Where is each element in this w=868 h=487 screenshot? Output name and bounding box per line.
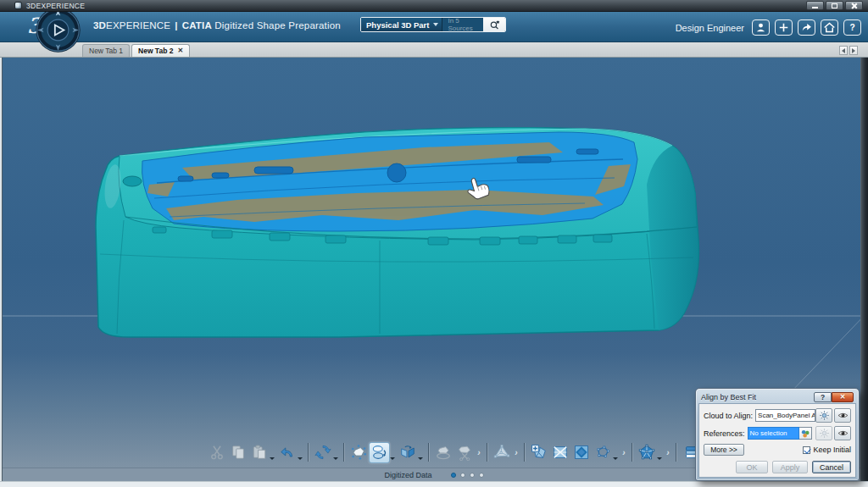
global-search[interactable]: Physical 3D Part In 5 Sources [360, 17, 506, 32]
search-input[interactable]: In 5 Sources [442, 18, 483, 31]
references-label: References: [704, 429, 745, 438]
mesh-cleanup-icon[interactable] [592, 442, 613, 463]
update-icon [819, 428, 830, 439]
close-icon [851, 3, 858, 9]
mesh-repair-icon[interactable] [549, 442, 570, 463]
toolbar-separator [428, 443, 429, 462]
expand-arrow-icon[interactable]: › [476, 448, 482, 457]
dropdown-arrow-icon[interactable] [390, 457, 395, 460]
chevron-left-icon [842, 48, 845, 53]
align-by-best-fit-dialog: Align by Best Fit ? ✕ Cloud to Align: Sc… [695, 388, 860, 481]
add-icon[interactable] [775, 19, 793, 36]
brand-title: 3DEXPERIENCE|CATIA Digitized Shape Prepa… [93, 20, 341, 30]
cloud-to-align-field[interactable]: Scan_BodyPanel A.1. [755, 409, 815, 422]
eye-icon [837, 428, 849, 439]
toolbar-separator [676, 443, 676, 462]
maximize-button[interactable] [826, 1, 843, 10]
visibility-button-2[interactable] [834, 426, 851, 440]
compass-icon[interactable] [35, 7, 81, 53]
dropdown-arrow-icon[interactable] [613, 457, 618, 460]
application-window: 3DEXPERIENCE 3DEXPERIENCE|CATIA Digitize… [0, 0, 868, 487]
dropdown-arrow-icon[interactable] [298, 457, 303, 460]
section-page-dots [451, 473, 484, 478]
update-icon[interactable] [312, 442, 333, 463]
references-field[interactable]: No selection [748, 427, 799, 440]
brand-3d: 3D [93, 20, 106, 30]
dialog-titlebar[interactable]: Align by Best Fit ? ✕ [698, 390, 856, 403]
page-dot-1[interactable] [451, 473, 456, 478]
brand-catia: CATIA [182, 20, 212, 30]
update-icon [819, 410, 830, 421]
expand-arrow-icon[interactable]: › [620, 448, 627, 457]
tab-label: New Tab 1 [89, 47, 123, 55]
dropdown-arrow-icon[interactable] [333, 457, 338, 460]
minimize-icon [812, 7, 818, 8]
page-dot-3[interactable] [470, 473, 475, 478]
home-icon[interactable] [821, 19, 838, 36]
more-button[interactable]: More >> [704, 444, 744, 456]
action-bar: ›››› [206, 440, 701, 465]
body-panel-model[interactable] [96, 128, 698, 337]
flip-normals-icon[interactable] [397, 442, 418, 463]
user-icon[interactable] [752, 19, 770, 36]
window-title: 3DEXPERIENCE [26, 2, 85, 10]
window-titlebar: 3DEXPERIENCE [0, 0, 868, 12]
expand-arrow-icon[interactable]: › [513, 448, 520, 457]
brand-module: Digitized Shape Preparation [214, 20, 341, 30]
mesh-add-icon[interactable] [528, 442, 549, 463]
section-label: Digitized Data [384, 471, 431, 479]
tab-scroll-left-button[interactable] [839, 46, 848, 55]
tab-close-icon[interactable]: ✕ [177, 47, 183, 54]
search-scope-dropdown[interactable]: Physical 3D Part [361, 18, 442, 31]
keep-initial-checkbox[interactable] [803, 446, 810, 454]
minimize-button[interactable] [806, 1, 824, 10]
dialog-title: Align by Best Fit [701, 393, 814, 401]
close-button[interactable] [845, 1, 863, 10]
tab-scroll-right-button[interactable] [849, 46, 858, 55]
tab-new-tab-1[interactable]: New Tab 1 [82, 44, 130, 57]
align-clouds-icon[interactable] [369, 442, 390, 463]
selection-list-button[interactable] [799, 427, 812, 440]
tab-strip: New Tab 1 New Tab 2 ✕ [0, 42, 868, 58]
dialog-close-button[interactable]: ✕ [832, 392, 854, 402]
mesh-optimize-icon[interactable] [636, 442, 657, 463]
dropdown-arrow-icon[interactable] [657, 457, 662, 460]
mesh-icon [491, 442, 512, 463]
cut-icon [206, 442, 227, 463]
point-cloud-display-icon[interactable] [348, 442, 369, 463]
eye-icon [837, 410, 849, 421]
paste-icon [248, 442, 270, 463]
window-bottom-edge [0, 481, 868, 487]
rim-hole [123, 176, 142, 186]
share-icon[interactable] [798, 19, 815, 36]
dropdown-arrow-icon[interactable] [418, 457, 423, 460]
dialog-help-button[interactable]: ? [814, 392, 832, 402]
compute-button-disabled [815, 426, 832, 440]
page-dot-4[interactable] [479, 473, 484, 478]
search-icon [488, 19, 501, 31]
compute-button[interactable] [815, 408, 832, 423]
dialog-button-ok[interactable]: OK [736, 461, 768, 473]
page-dot-2[interactable] [460, 473, 465, 478]
toolbar-separator [487, 443, 487, 462]
cloud-to-align-label: Cloud to Align: [704, 412, 753, 420]
fill-holes-icon[interactable] [570, 442, 592, 463]
undo-icon[interactable] [276, 442, 298, 463]
cloud-selection-icon [432, 442, 453, 463]
help-icon[interactable]: ? [843, 19, 861, 36]
expand-arrow-icon[interactable]: › [665, 448, 671, 457]
tab-new-tab-2[interactable]: New Tab 2 ✕ [131, 44, 190, 57]
dropdown-arrow-icon[interactable] [270, 457, 275, 460]
search-button[interactable] [483, 18, 505, 31]
app-icon [14, 2, 22, 9]
brand-experience: EXPERIENCE [106, 20, 170, 30]
visibility-button[interactable] [834, 408, 851, 423]
window-left-frame [0, 42, 3, 481]
maximize-icon [832, 3, 837, 8]
toolbar-separator [632, 443, 632, 462]
app-header: 3DEXPERIENCE|CATIA Digitized Shape Prepa… [0, 12, 868, 42]
toolbar-separator [308, 443, 309, 462]
chevron-down-icon [433, 23, 438, 26]
dialog-button-cancel[interactable]: Cancel [812, 461, 851, 473]
dialog-button-apply[interactable]: Apply [772, 461, 808, 473]
